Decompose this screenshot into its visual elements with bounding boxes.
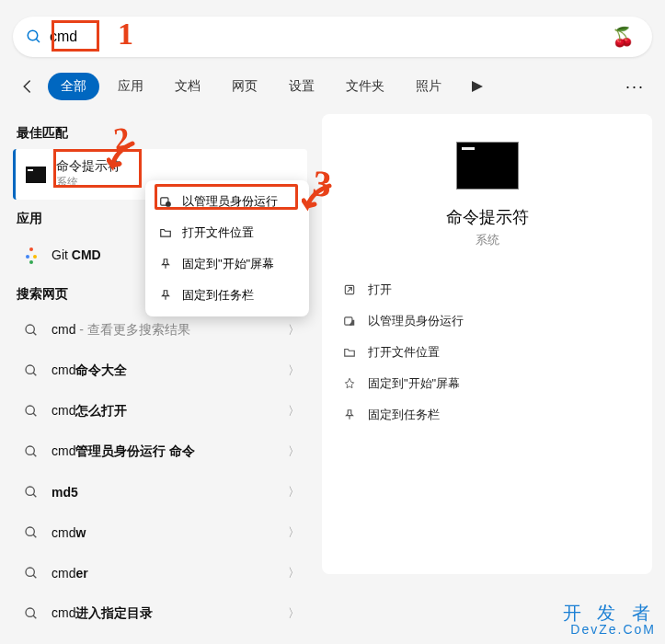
action-open[interactable]: 打开 bbox=[337, 274, 637, 305]
svg-line-12 bbox=[33, 454, 36, 456]
ctx-pin-start[interactable]: 固定到"开始"屏幕 bbox=[145, 248, 309, 280]
action-open-location[interactable]: 打开文件位置 bbox=[337, 337, 637, 368]
action-pin-start[interactable]: 固定到"开始"屏幕 bbox=[337, 368, 637, 399]
tab-folders[interactable]: 文件夹 bbox=[333, 73, 397, 100]
web-result[interactable]: md5 〉 bbox=[13, 472, 307, 512]
svg-line-20 bbox=[33, 615, 36, 618]
tab-apps[interactable]: 应用 bbox=[105, 73, 156, 100]
section-best-match: 最佳匹配 bbox=[17, 125, 307, 142]
search-icon bbox=[20, 481, 42, 503]
tab-documents[interactable]: 文档 bbox=[162, 73, 213, 100]
web-result[interactable]: cmder 〉 bbox=[13, 553, 307, 593]
web-result[interactable]: cmd怎么打开 〉 bbox=[13, 391, 307, 431]
folder-icon bbox=[158, 225, 173, 240]
svg-point-11 bbox=[26, 446, 34, 454]
chevron-right-icon: 〉 bbox=[288, 565, 300, 581]
svg-point-13 bbox=[26, 487, 34, 495]
chevron-right-icon: 〉 bbox=[288, 484, 300, 500]
svg-line-18 bbox=[33, 575, 36, 578]
svg-line-6 bbox=[33, 332, 36, 335]
svg-point-17 bbox=[26, 568, 34, 576]
svg-point-9 bbox=[26, 406, 34, 414]
svg-line-10 bbox=[33, 413, 36, 416]
tab-all[interactable]: 全部 bbox=[48, 73, 99, 100]
pin-icon bbox=[158, 257, 173, 271]
search-icon bbox=[20, 603, 42, 625]
watermark: 开 发 者 DevZe.CoM bbox=[563, 603, 656, 637]
cherry-decoration-icon: 🍒 bbox=[612, 26, 639, 48]
chevron-right-icon: 〉 bbox=[288, 362, 300, 379]
search-icon bbox=[20, 441, 42, 463]
shield-icon bbox=[158, 194, 173, 209]
web-result[interactable]: cmd命令大全 〉 bbox=[13, 351, 307, 391]
shield-icon bbox=[342, 314, 357, 328]
svg-point-15 bbox=[26, 527, 34, 535]
git-icon bbox=[20, 244, 42, 266]
search-input[interactable] bbox=[50, 29, 612, 45]
preview-subtitle: 系统 bbox=[337, 232, 637, 248]
chevron-right-icon: 〉 bbox=[288, 443, 300, 460]
chevron-right-icon: 〉 bbox=[288, 322, 300, 339]
svg-point-0 bbox=[28, 30, 38, 40]
web-result[interactable]: cmd管理员身份运行 命令 〉 bbox=[13, 431, 307, 472]
chevron-right-icon: 〉 bbox=[288, 524, 300, 541]
preview-title: 命令提示符 bbox=[337, 206, 637, 228]
filter-toolbar: 全部 应用 文档 网页 设置 文件夹 照片 ··· bbox=[0, 66, 665, 107]
back-button[interactable] bbox=[13, 72, 42, 101]
svg-line-14 bbox=[33, 494, 36, 497]
svg-rect-3 bbox=[26, 167, 46, 183]
pin-icon bbox=[158, 288, 173, 303]
svg-rect-4 bbox=[28, 169, 33, 171]
search-icon bbox=[20, 360, 42, 382]
svg-line-22 bbox=[348, 288, 352, 293]
svg-point-25 bbox=[166, 202, 171, 207]
search-icon bbox=[20, 522, 42, 544]
chevron-right-icon: 〉 bbox=[288, 403, 300, 420]
preview-app-icon bbox=[456, 142, 519, 190]
ctx-pin-taskbar[interactable]: 固定到任务栏 bbox=[145, 280, 309, 311]
ctx-open-location[interactable]: 打开文件位置 bbox=[145, 217, 309, 248]
svg-line-16 bbox=[33, 535, 36, 537]
svg-point-7 bbox=[26, 365, 34, 374]
search-icon bbox=[26, 29, 42, 45]
svg-point-5 bbox=[26, 325, 34, 333]
tab-photos[interactable]: 照片 bbox=[403, 73, 454, 100]
search-icon bbox=[20, 319, 42, 341]
search-icon bbox=[20, 400, 42, 422]
folder-icon bbox=[342, 345, 357, 360]
open-icon bbox=[342, 282, 357, 297]
pin-icon bbox=[342, 376, 357, 391]
more-filters-button[interactable] bbox=[467, 76, 487, 97]
tab-settings[interactable]: 设置 bbox=[276, 73, 327, 100]
ctx-run-admin[interactable]: 以管理员身份运行 bbox=[145, 186, 309, 217]
pin-icon bbox=[342, 408, 357, 422]
best-match-title: 命令提示符 bbox=[56, 158, 300, 175]
svg-marker-2 bbox=[472, 81, 483, 92]
action-pin-taskbar[interactable]: 固定到任务栏 bbox=[337, 399, 637, 431]
svg-point-19 bbox=[26, 608, 34, 616]
tab-web[interactable]: 网页 bbox=[219, 73, 270, 100]
overflow-menu-button[interactable]: ··· bbox=[618, 77, 652, 97]
preview-panel: 命令提示符 系统 打开 以管理员身份运行 打开文件位置 固定到"开始"屏幕 固定… bbox=[322, 114, 652, 574]
svg-line-8 bbox=[33, 373, 36, 375]
search-icon bbox=[20, 562, 42, 584]
web-result[interactable]: cmd进入指定目录 〉 bbox=[13, 593, 307, 634]
action-run-admin[interactable]: 以管理员身份运行 bbox=[337, 305, 637, 337]
cmd-app-icon bbox=[25, 164, 47, 186]
context-menu: 以管理员身份运行 打开文件位置 固定到"开始"屏幕 固定到任务栏 bbox=[145, 180, 309, 316]
web-result[interactable]: cmdw 〉 bbox=[13, 512, 307, 553]
svg-line-1 bbox=[36, 39, 40, 42]
chevron-right-icon: 〉 bbox=[288, 605, 300, 622]
search-bar: 🍒 bbox=[13, 17, 652, 57]
